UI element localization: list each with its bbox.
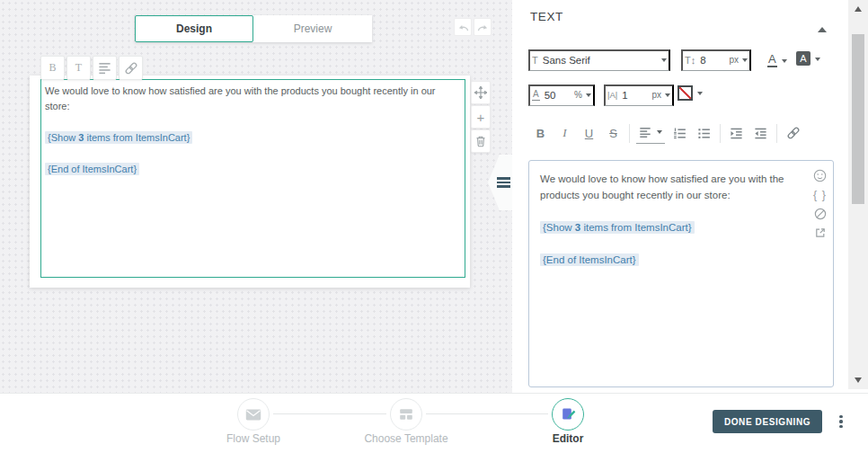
block-bold-button[interactable]: B [40,56,65,80]
emoji-icon [813,169,827,182]
step-choose-template[interactable] [390,398,422,431]
chevron-down-icon [665,93,670,97]
letter-spacing-value: 1 [622,90,627,101]
unordered-list-button[interactable] [692,122,716,144]
highlight-color-button[interactable] [678,85,703,101]
chevron-up-icon [818,13,827,32]
bold-button[interactable]: B [528,122,553,144]
text-color-icon: A [767,52,777,67]
text-icon: T [75,61,82,75]
redo-icon [476,22,490,33]
kebab-icon [839,415,842,429]
undo-button[interactable] [454,18,472,36]
text-block-editable-area[interactable]: We would love to know how satisfied are … [40,79,465,278]
chevron-down-icon [742,58,748,62]
font-family-select[interactable]: T Sans Serif [528,49,670,71]
step-label-editor[interactable]: Editor [532,432,604,445]
background-color-button[interactable]: A [796,51,820,66]
scrollbar-thumb[interactable] [852,34,864,204]
block-action-buttons: + [471,81,491,153]
workflow-footer: Flow Setup Choose Template Editor DONE D… [0,393,868,453]
italic-button[interactable]: I [553,122,577,144]
merge-tags-button[interactable]: { } [813,189,827,201]
insert-link-button[interactable] [781,122,805,144]
braces-icon: { } [813,189,827,201]
link-icon [124,61,138,76]
outdent-button[interactable] [748,122,773,144]
envelope-icon [245,408,261,422]
clear-formatting-button[interactable] [814,208,827,220]
paragraph: We would love to know how satisfied are … [45,84,461,114]
step-connector [273,413,386,414]
token-line: {End of ItemsInCart} [45,162,461,177]
scroll-down-button[interactable] [848,374,868,386]
panel-document: We would love to know how satisfied are … [540,171,802,268]
step-flow-setup[interactable] [237,398,270,431]
token-line: {Show 3 items from ItemsInCart} [540,219,802,235]
block-document: We would love to know how satisfied are … [45,84,461,177]
indent-icon [730,127,743,140]
letter-spacing-select[interactable]: |A| 1 px [604,84,674,106]
tab-design[interactable]: Design [135,15,253,42]
ordered-list-button[interactable] [668,122,692,144]
end-items-token[interactable]: {End of ItemsInCart} [540,253,639,266]
scroll-up-button[interactable] [848,3,868,15]
italic-icon: I [562,126,566,140]
collapse-panel-button[interactable] [818,13,827,27]
design-preview-tabs: Design Preview [135,15,372,42]
block-align-button[interactable] [93,56,117,80]
plus-icon: + [477,110,485,125]
add-block-button[interactable]: + [471,105,491,129]
line-height-unit: % [574,90,582,100]
show-items-token[interactable]: {Show 3 items from ItemsInCart} [45,131,192,144]
external-link-icon [814,226,827,239]
indent-button[interactable] [724,122,748,144]
done-designing-button[interactable]: DONE DESIGNING [713,410,822,433]
ordered-list-icon [673,127,686,140]
editor-side-tools: { } [813,169,827,239]
delete-block-button[interactable] [471,129,491,153]
strikethrough-button[interactable]: S [601,122,625,144]
step-label-choose-template[interactable]: Choose Template [343,432,469,445]
block-text-button[interactable]: T [66,56,91,80]
text-block[interactable]: We would love to know how satisfied are … [30,76,470,288]
line-height-select[interactable]: A 50 % [528,84,595,106]
unordered-list-icon [697,127,711,140]
panel-title: TEXT [530,10,563,23]
chevron-down-icon [586,93,591,97]
emoji-button[interactable] [813,169,827,182]
underline-button[interactable]: U [577,122,601,144]
token-text: items from ItemsInCart} [84,132,190,143]
panel-text-editor[interactable]: We would love to know how satisfied are … [528,160,834,387]
tab-preview[interactable]: Preview [253,15,372,42]
align-icon [98,61,111,75]
panel-drag-handle[interactable] [488,155,513,210]
open-external-button[interactable] [814,226,827,239]
block-quick-toolbar: B T [40,56,143,80]
bold-icon: B [536,127,545,140]
underline-icon: U [585,127,593,140]
text-color-button[interactable]: A [767,52,787,67]
move-block-button[interactable] [471,81,491,104]
chevron-down-icon [661,58,667,62]
editor-pencil-icon [560,406,576,422]
font-family-value: Sans Serif [543,55,590,66]
no-color-swatch-icon [678,85,693,101]
step-label-flow-setup[interactable]: Flow Setup [199,432,307,445]
grip-icon [497,177,510,188]
font-size-select[interactable]: T↕ 8 px [681,49,751,71]
undo-icon [456,22,470,33]
block-link-button[interactable] [119,56,143,80]
more-options-button[interactable] [834,411,848,432]
step-editor[interactable] [552,398,584,431]
bold-icon: B [49,61,56,75]
panel-scrollbar[interactable] [848,0,868,389]
show-items-token[interactable]: {Show 3 items from ItemsInCart} [540,221,695,234]
arrow-up-icon [855,6,862,12]
arrow-down-icon [855,378,862,383]
alignment-select[interactable] [636,122,665,144]
template-icon [399,407,413,422]
redo-button[interactable] [474,18,492,36]
chevron-down-icon [697,92,703,95]
end-items-token[interactable]: {End of ItemsInCart} [45,163,139,175]
